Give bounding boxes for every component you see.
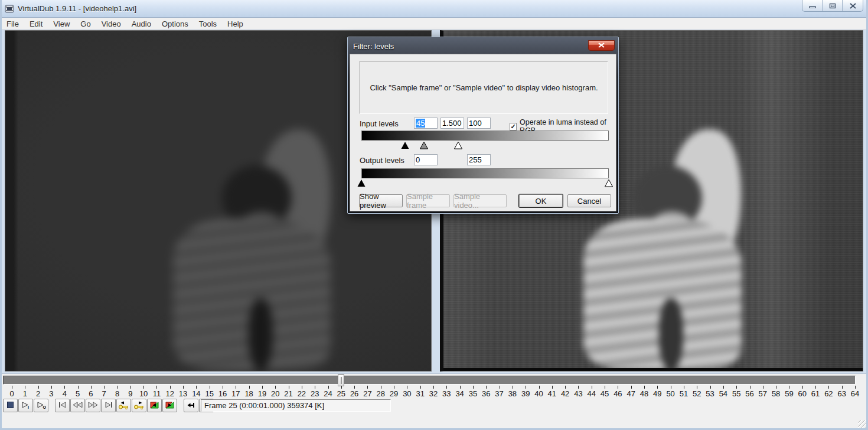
timeline-track[interactable] (3, 376, 856, 385)
ruler-tick-label: 46 (614, 389, 622, 398)
ruler-tick-label: 60 (798, 389, 807, 398)
ruler-tick (367, 386, 368, 389)
ruler-tick-label: 43 (574, 389, 582, 398)
ruler-tick (381, 386, 381, 389)
menu-tools[interactable]: Tools (194, 19, 222, 29)
dialog-title: Filter: levels (350, 42, 394, 51)
ruler-tick-label: 37 (495, 389, 503, 398)
ruler-tick (815, 386, 816, 389)
next-keyframe-button[interactable] (132, 399, 146, 412)
menu-options[interactable]: Options (156, 19, 194, 29)
ruler-tick-label: 61 (811, 389, 820, 398)
input-gamma-slider[interactable] (420, 141, 429, 149)
ruler-tick (328, 386, 329, 389)
ruler-tick (513, 386, 513, 389)
ruler-tick (855, 386, 856, 389)
ruler-tick-label: 11 (153, 389, 161, 398)
output-low-field[interactable]: 0 (414, 154, 438, 165)
output-high-field[interactable]: 255 (467, 154, 491, 165)
ruler-tick (723, 386, 724, 389)
timeline-thumb[interactable] (338, 374, 344, 386)
ruler-tick-label: 21 (284, 389, 292, 398)
stop-icon (6, 401, 14, 410)
prev-frame-icon (73, 402, 83, 409)
ruler-tick (671, 386, 671, 389)
ruler-tick-label: 9 (128, 389, 132, 398)
show-preview-button[interactable]: Show preview (359, 194, 403, 207)
menu-audio[interactable]: Audio (126, 19, 156, 29)
menu-edit[interactable]: Edit (24, 19, 48, 29)
histogram-placeholder-text: Click "Sample frame" or "Sample video" t… (370, 83, 598, 92)
ruler-tick (802, 386, 803, 389)
ruler-tick-label: 8 (115, 389, 119, 398)
ruler-tick-label: 5 (76, 389, 80, 398)
dialog-close-button[interactable] (588, 40, 615, 51)
ruler-tick (828, 386, 829, 389)
ruler-tick (104, 386, 105, 389)
resize-grip-icon[interactable] (858, 420, 866, 428)
close-button[interactable] (843, 0, 863, 11)
next-frame-button[interactable] (86, 399, 100, 412)
ruler-tick (473, 386, 474, 389)
ruler-tick-label: 36 (482, 389, 490, 398)
ruler-tick-label: 25 (337, 389, 345, 398)
input-gamma-field[interactable]: 1.500 (440, 118, 464, 129)
title-bar: VirtualDub 1.9.11 - [videohelp1.avi] (0, 0, 868, 18)
input-levels-label: Input levels (360, 119, 399, 128)
input-black-point-slider[interactable] (400, 141, 409, 149)
key-right-icon (133, 400, 145, 411)
output-white-point-slider[interactable] (605, 179, 614, 187)
output-black-point-slider[interactable] (357, 179, 366, 187)
ruler-tick-label: 48 (640, 389, 648, 398)
ruler-tick-label: 38 (508, 389, 517, 398)
input-white-point-slider[interactable] (454, 141, 463, 149)
ruler-tick (486, 386, 487, 389)
menu-view[interactable]: View (48, 19, 75, 29)
maximize-button[interactable] (823, 0, 843, 11)
prev-keyframe-button[interactable] (116, 399, 131, 412)
menu-help[interactable]: Help (222, 19, 249, 29)
dialog-title-bar[interactable]: Filter: levels (350, 39, 616, 54)
next-scene-button[interactable] (162, 399, 177, 412)
ruler-tick (657, 386, 658, 389)
prev-scene-button[interactable] (147, 399, 162, 412)
menu-video[interactable]: Video (96, 19, 126, 29)
window-title: VirtualDub 1.9.11 - [videohelp1.avi] (18, 4, 136, 13)
ruler-tick-label: 51 (680, 389, 688, 398)
stop-button[interactable] (3, 399, 18, 412)
input-high-field[interactable]: 100 (467, 118, 491, 129)
go-end-button[interactable] (101, 399, 116, 412)
ruler-tick (526, 386, 526, 389)
ruler-tick-label: 49 (653, 389, 661, 398)
cancel-button[interactable]: Cancel (567, 194, 611, 207)
prev-frame-button[interactable] (70, 399, 85, 412)
ruler-tick-label: 27 (363, 389, 371, 398)
ruler-tick-label: 35 (469, 389, 477, 398)
go-start-button[interactable] (55, 399, 70, 412)
ruler-tick (644, 386, 645, 389)
go-end-icon (104, 402, 113, 409)
ruler-tick (433, 386, 434, 389)
mark-in-icon (187, 402, 195, 410)
minimize-button[interactable] (802, 0, 823, 11)
mark-in-button[interactable] (184, 399, 198, 412)
ruler-tick-label: 44 (588, 389, 596, 398)
ok-button[interactable]: OK (519, 194, 563, 207)
ruler-tick-label: 15 (205, 389, 213, 398)
input-low-field[interactable]: 45 (414, 118, 438, 129)
checkbox-check-icon: ✓ (510, 123, 517, 131)
play-output-button[interactable]: O (34, 399, 48, 412)
status-bar: Frame 25 (0:00:01.000) 359374 [K] (201, 399, 391, 412)
scene-back-icon (149, 401, 159, 411)
ruler-tick-label: 4 (63, 389, 67, 398)
ruler-tick-label: 31 (416, 389, 424, 398)
play-input-button[interactable]: I (18, 399, 33, 412)
menu-file[interactable]: File (1, 19, 24, 29)
ruler-tick (500, 386, 500, 389)
ruler-tick-label: 57 (759, 389, 767, 398)
ruler-tick-label: 33 (442, 389, 451, 398)
filter-levels-dialog: Filter: levels Click "Sample frame" or "… (347, 37, 619, 214)
ruler-tick (12, 386, 12, 389)
menu-go[interactable]: Go (75, 19, 96, 29)
ruler-tick-label: 45 (601, 389, 609, 398)
